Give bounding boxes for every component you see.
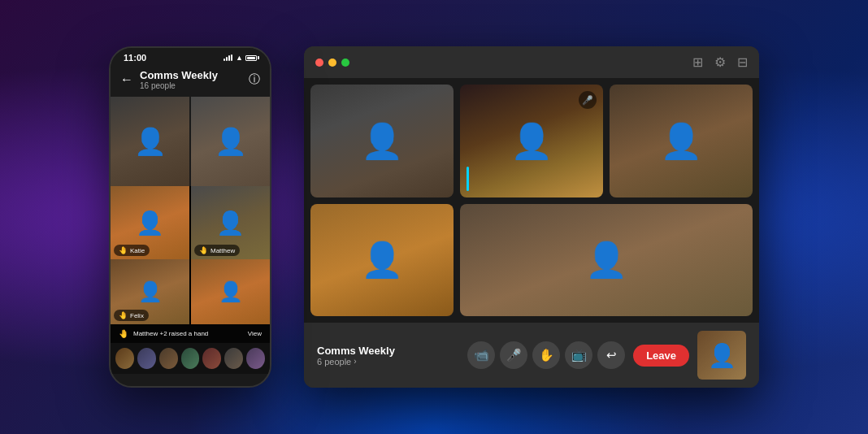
window-controls: ⊞ ⚙ ⊟ — [692, 54, 748, 70]
phone-video-cell-1: 👤 — [111, 97, 189, 186]
phone-mockup: 11:00 ▲ ← Comms Weekly 16 people — [109, 46, 271, 388]
phone-video-cell-6: 👤 — [191, 259, 270, 324]
desktop-participant-count: 6 people — [317, 357, 351, 367]
phone-bottom-videos: 👤 🤚 Felix 👤 — [111, 259, 270, 324]
thumbnail-1 — [115, 348, 134, 369]
traffic-lights — [315, 59, 349, 67]
wifi-icon: ▲ — [236, 54, 243, 62]
desktop-meeting-name: Comms Weekly — [317, 345, 459, 357]
phone-video-cell-5: 👤 🤚 Felix — [111, 259, 189, 324]
leave-button[interactable]: Leave — [633, 345, 689, 367]
more-button[interactable]: ↩ — [597, 341, 625, 369]
mic-button[interactable]: 🎤 — [500, 341, 527, 369]
participant-name-katie: Katie — [130, 247, 145, 254]
content-wrapper: 11:00 ▲ ← Comms Weekly 16 people — [0, 0, 868, 434]
participant-name-badge-matthew: 🤚 Matthew — [194, 245, 240, 256]
phone-time: 11:00 — [124, 53, 146, 63]
phone-video-cell-3: 👤 🤚 Katie — [111, 186, 189, 259]
chevron-right-icon[interactable]: › — [354, 357, 356, 366]
mic-active-badge: 🎤 — [579, 91, 597, 109]
screen-share-button[interactable]: 📺 — [565, 341, 592, 369]
phone-video-cell-4: 👤 🤚 Matthew — [191, 186, 270, 259]
phone-status-bar: 11:00 ▲ — [111, 48, 270, 66]
desktop-video-1: 👤 — [310, 85, 454, 197]
view-button[interactable]: View — [248, 330, 262, 337]
phone-video-cell-2: 👤 — [191, 97, 270, 186]
camera-button[interactable]: 📹 — [467, 341, 495, 369]
self-video-preview: 👤 — [697, 331, 746, 380]
participant-name-felix: Felix — [130, 312, 144, 319]
phone-status-icons: ▲ — [224, 54, 257, 62]
close-dot[interactable] — [315, 59, 323, 67]
phone-title-section: Comms Weekly 16 people — [140, 69, 242, 90]
phone-header: ← Comms Weekly 16 people ⓘ — [111, 66, 270, 97]
hand-raised-icon-felix: 🤚 — [119, 311, 128, 319]
thumbnail-2 — [137, 348, 156, 369]
hand-raised-icon: 🤚 — [119, 246, 128, 254]
battery-icon — [245, 55, 257, 61]
participant-name-matthew: Matthew — [210, 247, 235, 254]
phone-meeting-title: Comms Weekly — [140, 69, 242, 81]
phone-middle-videos: 👤 🤚 Katie 👤 🤚 Matthew — [111, 186, 270, 259]
thumbnail-3 — [159, 348, 178, 369]
window-title-bar: ⊞ ⚙ ⊟ — [304, 46, 759, 78]
raised-hand-text: Matthew +2 raised a hand — [133, 330, 243, 337]
desktop-window: ⊞ ⚙ ⊟ 👤 👤 🎤 👤 👤 — [304, 46, 759, 388]
thumbnail-5 — [202, 348, 221, 369]
back-button[interactable]: ← — [120, 72, 133, 87]
participant-name-badge-katie: 🤚 Katie — [114, 245, 150, 256]
desktop-video-grid: 👤 👤 🎤 👤 👤 👤 — [304, 78, 759, 323]
desktop-video-2: 👤 🎤 — [460, 85, 603, 197]
signal-icon — [224, 54, 233, 61]
minimize-dot[interactable] — [328, 59, 336, 67]
thumbnail-7 — [246, 348, 265, 369]
desktop-video-5: 👤 — [460, 204, 753, 317]
desktop-bottom-bar: Comms Weekly 6 people › 📹 🎤 ✋ 📺 ↩ Leave … — [304, 323, 759, 388]
desktop-video-4: 👤 — [310, 204, 454, 317]
thumbnail-6 — [224, 348, 243, 369]
info-button[interactable]: ⓘ — [249, 72, 260, 87]
hand-raised-icon-matthew: 🤚 — [199, 246, 208, 254]
desktop-video-3: 👤 — [610, 85, 753, 197]
apps-icon[interactable]: ⊞ — [692, 54, 703, 70]
phone-participant-count: 16 people — [140, 81, 242, 90]
raise-hand-button[interactable]: ✋ — [532, 341, 560, 369]
desktop-controls: 📹 🎤 ✋ 📺 ↩ — [467, 341, 625, 369]
meeting-info: Comms Weekly 6 people › — [317, 345, 459, 367]
phone-top-videos: 👤 👤 — [111, 97, 270, 186]
thumbnail-4 — [181, 348, 200, 369]
speaking-indicator — [467, 167, 469, 191]
settings-icon[interactable]: ⚙ — [714, 54, 726, 70]
maximize-dot[interactable] — [341, 59, 349, 67]
layout-icon[interactable]: ⊟ — [737, 54, 748, 70]
raised-hand-bar: 🤚 Matthew +2 raised a hand View — [111, 324, 270, 343]
phone-thumbnails — [111, 343, 270, 374]
participant-name-badge-felix: 🤚 Felix — [114, 310, 149, 321]
